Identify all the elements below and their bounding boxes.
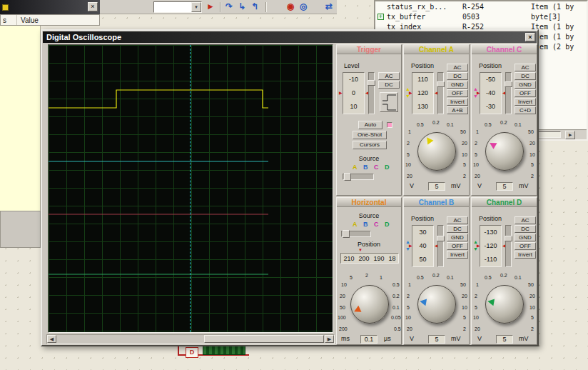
position-tick: 120: [412, 86, 433, 100]
gnd-button[interactable]: GND: [447, 234, 468, 241]
mini-window-close-button[interactable]: ×: [88, 2, 98, 11]
rising-edge-icon[interactable]: [382, 94, 397, 102]
source-c[interactable]: C: [374, 164, 379, 171]
source-a[interactable]: A: [353, 221, 358, 228]
position-slider[interactable]: [437, 225, 444, 267]
off-button[interactable]: OFF: [514, 89, 536, 97]
trigger-source-slider[interactable]: [343, 174, 374, 180]
channel-b-gain-knob[interactable]: [417, 285, 456, 324]
watch-row[interactable]: status_rx_b... R-254 Item (1 by: [375, 2, 587, 11]
run-icon[interactable]: ►: [204, 1, 217, 14]
slider-thumb[interactable]: [368, 80, 375, 86]
position-tick: -30: [480, 100, 501, 114]
dc-button[interactable]: DC: [378, 81, 400, 89]
source-d[interactable]: D: [385, 164, 390, 171]
slider-thumb[interactable]: [344, 173, 351, 181]
invert-button[interactable]: Invert: [514, 251, 536, 259]
source-c[interactable]: C: [374, 221, 379, 228]
pan-icon[interactable]: ⇄: [323, 1, 335, 14]
position-slider[interactable]: [505, 72, 512, 114]
connector-part[interactable]: [203, 345, 245, 355]
unit-label: V: [410, 335, 414, 342]
watch-name: status_rx_b...: [387, 2, 447, 11]
source-a[interactable]: A: [353, 164, 358, 171]
source-b[interactable]: B: [363, 221, 368, 228]
off-button[interactable]: OFF: [447, 242, 468, 250]
gnd-button[interactable]: GND: [447, 81, 468, 89]
position-tick: 210: [343, 255, 354, 262]
source-b[interactable]: B: [363, 164, 368, 171]
trigger-edge-selector[interactable]: [380, 92, 398, 112]
step-out-icon[interactable]: ↰: [248, 1, 261, 14]
slider-thumb[interactable]: [437, 81, 445, 87]
one-shot-button[interactable]: One-Shot: [353, 131, 387, 139]
horizontal-source-slider[interactable]: [341, 231, 371, 237]
part-label-d[interactable]: D: [186, 347, 198, 358]
scroll-right-icon[interactable]: ▶: [565, 131, 575, 139]
channel-d-gain-knob[interactable]: [485, 285, 524, 324]
step-into-icon[interactable]: ↳: [235, 1, 248, 14]
invert-button[interactable]: Invert: [514, 98, 536, 106]
scroll-right-icon[interactable]: ▶: [325, 335, 334, 343]
knob-scale-label: 10: [529, 152, 535, 158]
off-button[interactable]: OFF: [514, 242, 536, 250]
off-button[interactable]: OFF: [447, 89, 468, 97]
timebase-knob[interactable]: [350, 285, 389, 324]
gnd-button[interactable]: GND: [514, 234, 536, 241]
position-slider[interactable]: [505, 225, 512, 267]
ac-button[interactable]: AC: [514, 216, 536, 224]
cursors-button[interactable]: Cursors: [353, 141, 387, 149]
slider-thumb[interactable]: [505, 236, 512, 241]
scroll-left-icon[interactable]: ◀: [47, 335, 56, 343]
ac-button[interactable]: AC: [378, 72, 400, 80]
combo-dropdown-icon[interactable]: ▼: [191, 2, 201, 12]
position-marker-icon[interactable]: ▶: [477, 91, 480, 95]
level-tick: -10: [343, 73, 364, 86]
position-marker-icon[interactable]: ▼: [358, 248, 363, 252]
position-label: Position: [479, 62, 502, 69]
breakpoint-icon[interactable]: ◉: [284, 1, 297, 14]
position-label: Position: [337, 241, 401, 248]
dc-button[interactable]: DC: [514, 225, 536, 233]
level-marker-icon[interactable]: ▶: [339, 91, 343, 95]
invert-button[interactable]: Invert: [447, 251, 468, 259]
ac-button[interactable]: AC: [514, 64, 536, 71]
slider-thumb[interactable]: [437, 236, 445, 241]
channel-a-gain-knob[interactable]: [417, 132, 456, 171]
slider-thumb[interactable]: [505, 81, 512, 87]
mini-window-titlebar[interactable]: ×: [0, 0, 100, 14]
screen-scrollbar[interactable]: ◀ ▶: [46, 334, 335, 344]
ac-button[interactable]: AC: [447, 64, 468, 71]
sum-button[interactable]: C+D: [514, 106, 536, 114]
position-marker-icon[interactable]: ▶: [409, 91, 412, 95]
dc-button[interactable]: DC: [447, 72, 468, 80]
position-slider[interactable]: [437, 72, 444, 114]
expand-icon[interactable]: +: [377, 14, 384, 20]
slider-thumb[interactable]: [343, 230, 350, 238]
watch-row[interactable]: + tx_buffer 0503 byte[3]: [375, 12, 587, 21]
position-marker-icon[interactable]: ▶: [477, 244, 480, 248]
falling-edge-icon[interactable]: [382, 104, 397, 111]
position-well: -50 -40 -30: [480, 72, 502, 114]
unit-label: mV: [519, 335, 529, 342]
auto-button[interactable]: Auto: [358, 121, 382, 129]
invert-button[interactable]: Invert: [447, 98, 468, 106]
dc-button[interactable]: DC: [514, 72, 536, 80]
position-marker-icon[interactable]: ▶: [409, 244, 412, 248]
knob-pointer-icon: [419, 298, 427, 306]
gnd-button[interactable]: GND: [514, 81, 536, 89]
scrollbar-thumb[interactable]: [204, 335, 324, 343]
level-slider[interactable]: [368, 72, 375, 114]
cursor-line[interactable]: [190, 45, 191, 332]
window-titlebar[interactable]: Digital Oscilloscope ×: [43, 31, 537, 43]
step-over-icon[interactable]: ↷: [223, 1, 235, 14]
sum-button[interactable]: A+B: [447, 106, 468, 114]
watchpoint-icon[interactable]: ◎: [297, 1, 310, 14]
window-close-button[interactable]: ×: [525, 33, 535, 41]
watch-type: Item (1 by: [531, 2, 574, 11]
ac-button[interactable]: AC: [447, 216, 468, 224]
mini-window-column-header: s Value: [0, 14, 100, 26]
source-d[interactable]: D: [385, 221, 390, 228]
dc-button[interactable]: DC: [447, 225, 468, 233]
channel-c-gain-knob[interactable]: [485, 132, 524, 171]
